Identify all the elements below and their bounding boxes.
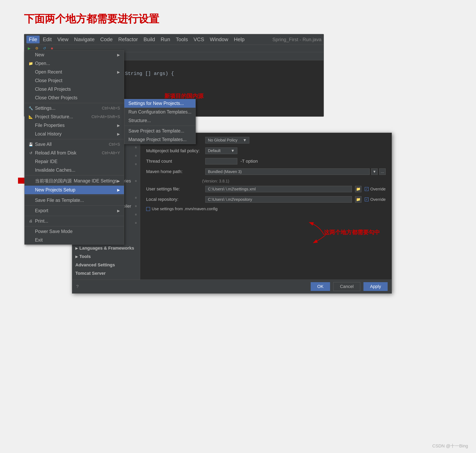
menu-refactor[interactable]: Refactor (116, 35, 140, 43)
divider-6 (25, 216, 124, 216)
new-projects-submenu: Settings for New Projects... Run Configu… (124, 99, 195, 144)
menu-export-arrow: ▶ (117, 209, 120, 213)
menu-local-history[interactable]: Local History ▶ (25, 130, 124, 138)
sidebar-advanced-settings[interactable]: Advanced Settings (72, 261, 140, 269)
user-settings-browse[interactable]: 📁 (355, 186, 361, 192)
menu-new-projects-arrow: ▶ (117, 188, 120, 192)
local-repo-browse[interactable]: 📁 (355, 196, 361, 203)
menu-navigate[interactable]: Navigate (72, 35, 97, 43)
menu-new-projects-setup[interactable]: New Projects Setup ▶ (25, 186, 124, 194)
ok-button[interactable]: OK (311, 282, 330, 291)
submenu-structure[interactable]: Structure... (124, 116, 195, 125)
watermark: CSDN @十一Bing (432, 443, 468, 449)
project-title: Spring_First - Run.java (273, 37, 321, 42)
menu-code[interactable]: Code (98, 35, 115, 43)
menu-close-all-projects[interactable]: Close All Projects (25, 85, 124, 93)
ide-window: File Edit View Navigate Code Refactor Bu… (24, 34, 324, 117)
divider-5 (25, 205, 124, 206)
menu-tools[interactable]: Tools (173, 35, 190, 43)
menu-run[interactable]: Run (158, 35, 173, 43)
file-dropdown: New ▶ 📁 Open... Open Recent (24, 50, 196, 245)
menu-close-other-projects[interactable]: Close Other Projects (25, 93, 124, 102)
menu-help[interactable]: Help (231, 35, 247, 43)
arrow-local-repo (308, 231, 332, 247)
menu-new-arrow: ▶ (117, 53, 120, 57)
submenu-settings-new-projects[interactable]: Settings for New Projects... (124, 99, 195, 108)
submenu-manage-project-templates[interactable]: Manage Project Templates... (124, 135, 195, 144)
menu-open-recent[interactable]: Open Recent ▶ (25, 68, 124, 76)
divider-2 (25, 139, 124, 139)
page-title: 下面两个地方都需要进行设置 (0, 0, 476, 34)
menu-open[interactable]: 📁 Open... (25, 59, 124, 68)
menu-exit[interactable]: Exit (25, 236, 124, 244)
checksum-policy-select[interactable]: No Global Policy ▼ (205, 137, 249, 143)
menu-bar: File Edit View Navigate Code Refactor Bu… (24, 34, 324, 45)
menu-power-save[interactable]: Power Save Mode (25, 227, 124, 236)
menu-file[interactable]: File (26, 35, 40, 43)
apply-button[interactable]: Apply (363, 282, 388, 291)
user-settings-input[interactable]: C:\Users\ \.m2\settings.xml (205, 186, 352, 192)
menu-manage-ide-arrow: ▶ (117, 179, 120, 183)
multiproject-fail-select[interactable]: Default ▼ (205, 148, 237, 154)
arrow-user-settings (304, 219, 328, 239)
menu-settings[interactable]: 🔧 Settings... Ctrl+Alt+S (25, 104, 124, 113)
menu-close-project[interactable]: Close Project (25, 76, 124, 85)
thread-count-input[interactable] (205, 158, 237, 164)
file-menu: New ▶ 📁 Open... Open Recent (24, 50, 124, 245)
user-settings-override: Override (365, 187, 386, 191)
menu-repair-ide[interactable]: Repair IDE (25, 157, 124, 166)
settings-footer: ? OK Cancel Apply (72, 280, 392, 293)
divider-3 (25, 175, 124, 176)
maven-home-input[interactable]: Bundled (Maven 3) (205, 169, 370, 175)
local-repo-input[interactable]: C:\Users\ \.m2\repository (205, 196, 352, 203)
menu-new[interactable]: New ▶ (25, 50, 124, 59)
menu-invalidate-caches[interactable]: Invalidate Caches... (25, 166, 124, 174)
divider-1 (25, 103, 124, 103)
menu-reload[interactable]: ↺ Reload All from Disk Ctrl+Alt+Y (25, 149, 124, 157)
menu-view[interactable]: View (55, 35, 71, 43)
user-settings-override-checkbox[interactable] (365, 187, 369, 191)
ide-section: File Edit View Navigate Code Refactor Bu… (12, 34, 464, 117)
submenu-save-project-template[interactable]: Save Project as Template... (124, 127, 195, 135)
menu-open-recent-arrow: ▶ (117, 70, 120, 74)
sidebar-tools[interactable]: ▶ Tools (72, 252, 140, 261)
local-repo-override-label: Override (370, 197, 386, 202)
maven-home-more[interactable]: … (379, 169, 386, 175)
local-repo-override: Override (365, 197, 386, 202)
menu-build[interactable]: Build (141, 35, 158, 43)
menu-print[interactable]: 🖨 Print... (25, 217, 124, 225)
menu-edit[interactable]: Edit (40, 35, 54, 43)
menu-save-file-template[interactable]: Save File as Template... (25, 196, 124, 205)
menu-window[interactable]: Window (207, 35, 231, 43)
menu-file-properties[interactable]: File Properties ▶ (25, 121, 124, 130)
divider-7 (25, 226, 124, 226)
thread-count-t-option: -T option (240, 159, 258, 164)
menu-project-structure[interactable]: 📐 Project Structure... Ctrl+Alt+Shift+S (25, 113, 124, 121)
menu-export[interactable]: Export ▶ (25, 206, 124, 215)
annotation-checkboxes: 这两个地方都需要勾中 (324, 229, 380, 236)
local-repo-override-checkbox[interactable] (365, 198, 369, 201)
menu-file-props-arrow: ▶ (117, 123, 120, 128)
submenu-run-config-templates[interactable]: Run Configuration Templates... (124, 108, 195, 116)
maven-home-browse[interactable]: ▼ (371, 169, 378, 175)
menu-save-all[interactable]: 💾 Save All Ctrl+S (25, 140, 124, 149)
user-settings-override-label: Override (370, 187, 386, 191)
sidebar-tomcat-server[interactable]: Tomcat Server (72, 269, 140, 277)
sidebar-languages-frameworks[interactable]: ▶ Languages & Frameworks (72, 244, 140, 252)
menu-vcs[interactable]: VCS (191, 35, 207, 43)
menu-local-history-arrow: ▶ (117, 132, 120, 136)
cancel-button[interactable]: Cancel (333, 282, 360, 291)
help-button[interactable]: ? (76, 284, 79, 289)
menu-manage-ide-settings[interactable]: 当前项目的国内源 Manage IDE Settings ▶ (25, 176, 124, 186)
